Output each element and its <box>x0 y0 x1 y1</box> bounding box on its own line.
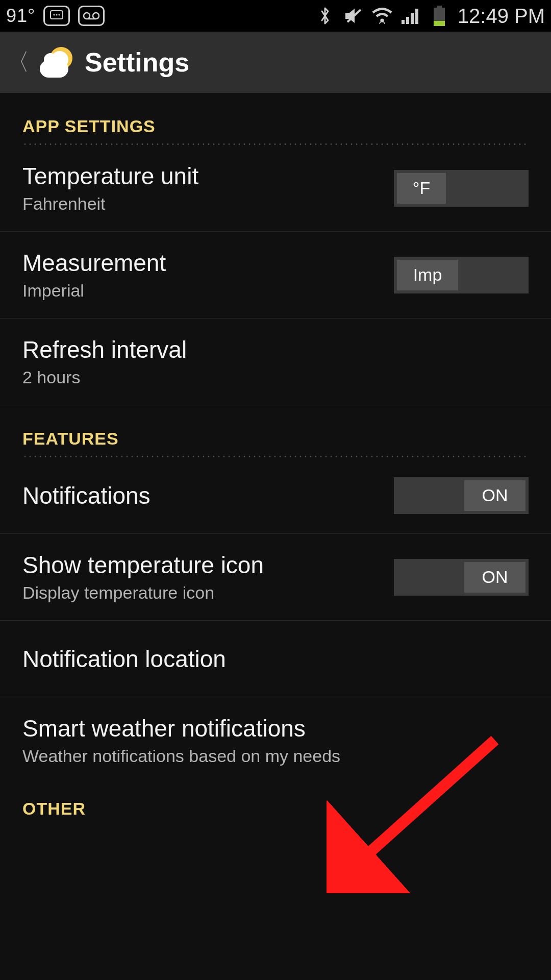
app-bar: 〈 Settings <box>0 32 551 93</box>
setting-subtitle: Fahrenheit <box>22 194 198 214</box>
app-logo-icon[interactable] <box>39 44 76 81</box>
setting-title: Measurement <box>22 249 166 277</box>
setting-subtitle: Imperial <box>22 281 166 301</box>
setting-show-temperature-icon[interactable]: Show temperature icon Display temperatur… <box>0 534 551 621</box>
svg-point-5 <box>93 13 99 19</box>
status-time: 12:49 PM <box>458 5 545 28</box>
svg-rect-12 <box>415 9 418 24</box>
settings-list: APP SETTINGS Temperature unit Fahrenheit… <box>0 93 551 846</box>
toggle-temperature-unit[interactable]: °F <box>394 170 529 207</box>
svg-point-3 <box>59 14 60 15</box>
messaging-icon <box>43 6 70 26</box>
setting-temperature-unit[interactable]: Temperature unit Fahrenheit °F <box>0 145 551 232</box>
setting-notifications[interactable]: Notifications ON <box>0 457 551 534</box>
svg-rect-15 <box>434 21 445 26</box>
back-icon[interactable]: 〈 <box>6 46 30 78</box>
battery-icon <box>429 6 449 26</box>
svg-rect-11 <box>411 13 414 24</box>
setting-title: Notification location <box>22 645 226 673</box>
toggle-notifications[interactable]: ON <box>394 477 529 514</box>
setting-refresh-interval[interactable]: Refresh interval 2 hours <box>0 318 551 405</box>
wifi-icon <box>372 6 392 26</box>
svg-point-2 <box>56 14 58 15</box>
toggle-show-temperature-icon[interactable]: ON <box>394 559 529 596</box>
setting-subtitle: Weather notifications based on my needs <box>22 746 340 766</box>
setting-subtitle: Display temperature icon <box>22 583 264 603</box>
toggle-knob: ON <box>464 562 525 593</box>
status-temperature: 91° <box>6 5 35 27</box>
section-header-app-settings: APP SETTINGS <box>0 93 551 143</box>
status-right: 12:49 PM <box>315 5 545 28</box>
svg-rect-9 <box>402 20 405 24</box>
toggle-measurement[interactable]: Imp <box>394 257 529 293</box>
toggle-knob: °F <box>397 173 446 204</box>
setting-subtitle: 2 hours <box>22 368 187 387</box>
section-header-features: FEATURES <box>0 405 551 456</box>
setting-title: Smart weather notifications <box>22 715 340 742</box>
svg-point-4 <box>84 13 90 19</box>
signal-icon <box>400 6 421 26</box>
toggle-knob: ON <box>464 480 525 511</box>
setting-title: Temperature unit <box>22 162 198 190</box>
voicemail-icon <box>78 6 105 26</box>
svg-rect-10 <box>406 17 409 24</box>
svg-point-1 <box>54 14 55 15</box>
setting-measurement[interactable]: Measurement Imperial Imp <box>0 232 551 318</box>
setting-title: Refresh interval <box>22 336 187 363</box>
page-title: Settings <box>85 47 189 78</box>
section-header-other: OTHER <box>0 783 551 826</box>
svg-rect-13 <box>437 6 442 8</box>
setting-smart-weather-notifications[interactable]: Smart weather notifications Weather noti… <box>0 697 551 783</box>
setting-title: Show temperature icon <box>22 551 264 579</box>
setting-notification-location[interactable]: Notification location <box>0 621 551 697</box>
bluetooth-icon <box>315 6 335 26</box>
toggle-knob: Imp <box>397 260 458 290</box>
status-left: 91° <box>6 5 105 27</box>
svg-point-8 <box>380 18 384 22</box>
status-bar: 91° 12:49 PM <box>0 0 551 32</box>
setting-title: Notifications <box>22 482 151 509</box>
mute-icon <box>343 6 364 26</box>
